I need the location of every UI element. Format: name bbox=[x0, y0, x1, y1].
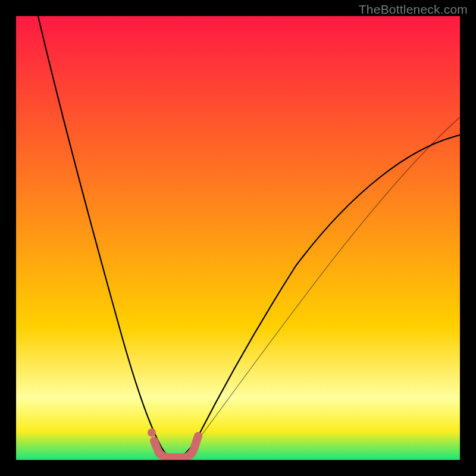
chart-frame: TheBottleneck.com bbox=[0, 0, 476, 476]
watermark-text: TheBottleneck.com bbox=[359, 2, 468, 17]
chart-plot-area bbox=[16, 16, 460, 460]
chart-svg bbox=[16, 16, 460, 460]
marker-dot-icon bbox=[148, 428, 156, 437]
chart-gradient-background bbox=[16, 16, 460, 460]
